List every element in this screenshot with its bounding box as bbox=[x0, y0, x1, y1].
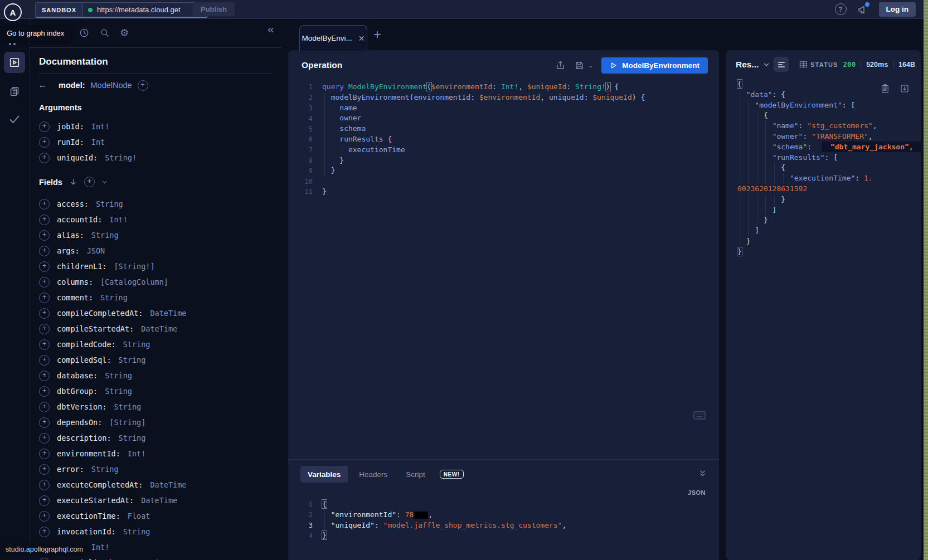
variables-code-line[interactable]: 4} bbox=[288, 530, 719, 541]
endpoint-url-input[interactable]: https://metadata.cloud.get bbox=[97, 6, 191, 14]
add-to-query-icon[interactable]: + bbox=[39, 199, 50, 210]
add-all-fields-icon[interactable]: + bbox=[138, 80, 148, 91]
tab-headers[interactable]: Headers bbox=[352, 466, 395, 483]
operation-code-line[interactable]: 5 schema bbox=[288, 124, 719, 134]
response-code-line[interactable]: 0023620128631592 bbox=[737, 184, 919, 194]
add-to-query-icon[interactable]: + bbox=[39, 339, 50, 350]
field-row[interactable]: +accountId:Int! bbox=[39, 214, 128, 225]
field-row[interactable]: +error:String bbox=[39, 464, 119, 475]
add-to-query-icon[interactable]: + bbox=[39, 277, 50, 288]
type-name-link[interactable]: ModelNode bbox=[91, 81, 132, 90]
field-row[interactable]: +environmentId:Int! bbox=[39, 448, 145, 459]
response-code-line[interactable]: { bbox=[737, 163, 919, 173]
add-to-query-icon[interactable]: + bbox=[39, 527, 50, 537]
collapse-panel-double-chevron-icon[interactable] bbox=[698, 469, 707, 478]
field-row[interactable]: +compileStartedAt:DateTime bbox=[39, 323, 177, 334]
announcements-megaphone-icon[interactable] bbox=[857, 4, 868, 15]
field-row[interactable]: +dbtVersion:String bbox=[39, 401, 141, 412]
chevron-down-icon[interactable] bbox=[101, 179, 108, 185]
sort-down-arrow-icon[interactable] bbox=[69, 178, 77, 186]
response-code-line[interactable]: "executionTime": 1. bbox=[737, 173, 919, 184]
operation-code-line[interactable]: 10 bbox=[288, 176, 719, 187]
operation-code-line[interactable]: 2 modelByEnvironment(environmentId: $env… bbox=[288, 92, 719, 103]
tab-script[interactable]: Script bbox=[399, 466, 433, 483]
publish-button[interactable]: Publish bbox=[193, 2, 235, 16]
field-row[interactable]: +args:JSON bbox=[39, 245, 105, 256]
login-button[interactable]: Log in bbox=[879, 2, 916, 17]
operation-tab[interactable]: ModelByEnvi... ✕ bbox=[299, 25, 367, 51]
add-to-query-icon[interactable]: + bbox=[39, 402, 50, 412]
response-code-line[interactable]: ] bbox=[737, 226, 919, 236]
help-icon[interactable]: ? bbox=[835, 3, 847, 15]
add-fields-icon[interactable]: + bbox=[84, 177, 95, 187]
response-code-line[interactable]: "modelByEnvironment": [ bbox=[737, 100, 919, 111]
rail-item-checks[interactable] bbox=[4, 109, 25, 130]
field-row[interactable]: +dbtGroup:String bbox=[39, 386, 132, 397]
add-to-query-icon[interactable]: + bbox=[39, 137, 50, 148]
response-code-line[interactable]: { bbox=[737, 110, 919, 121]
field-row[interactable]: +compileCompletedAt:DateTime bbox=[39, 308, 186, 319]
search-icon[interactable] bbox=[99, 27, 110, 38]
operation-code-line[interactable]: 8 } bbox=[288, 155, 719, 166]
argument-row[interactable]: +jobId:Int! bbox=[39, 121, 109, 132]
field-row[interactable]: +alias:String bbox=[39, 230, 119, 241]
response-code-line[interactable]: "runResults": [ bbox=[737, 153, 919, 163]
rail-item-explorer[interactable] bbox=[4, 52, 25, 73]
field-row[interactable]: +compiledSql:String bbox=[39, 354, 145, 366]
argument-row[interactable]: +runId:Int bbox=[39, 137, 105, 148]
history-icon[interactable] bbox=[79, 27, 90, 38]
add-to-query-icon[interactable]: + bbox=[39, 324, 50, 334]
response-code-line[interactable]: } bbox=[737, 215, 919, 226]
response-code-line[interactable]: ] bbox=[737, 205, 919, 216]
add-to-query-icon[interactable]: + bbox=[39, 433, 50, 444]
add-to-query-icon[interactable]: + bbox=[39, 293, 50, 303]
back-arrow-icon[interactable]: ← bbox=[38, 80, 47, 91]
variables-code-line[interactable]: 2 "environmentId": 78, bbox=[288, 510, 719, 520]
save-icon[interactable] bbox=[574, 60, 585, 71]
add-to-query-icon[interactable]: + bbox=[39, 246, 50, 256]
operation-code-line[interactable]: 1query ModelByEnvironment($environmentId… bbox=[288, 82, 719, 92]
add-to-query-icon[interactable]: + bbox=[39, 230, 50, 241]
operation-editor[interactable]: 1query ModelByEnvironment($environmentId… bbox=[288, 82, 719, 197]
response-code-line[interactable]: "name": "stg_customers", bbox=[737, 121, 919, 132]
add-to-query-icon[interactable]: + bbox=[39, 480, 50, 490]
operation-code-line[interactable]: 6 runResults { bbox=[288, 134, 719, 145]
response-title[interactable]: Res... bbox=[736, 60, 770, 70]
save-menu-chevron-icon[interactable]: ⌄ bbox=[588, 62, 593, 69]
response-code-line[interactable]: } bbox=[737, 236, 919, 247]
variables-code-line[interactable]: 1{ bbox=[288, 499, 719, 510]
variables-code-line[interactable]: 3 "uniqueId": "model.jaffle_shop_metrics… bbox=[288, 520, 719, 531]
add-to-query-icon[interactable]: + bbox=[39, 215, 50, 225]
field-row[interactable]: +access:String bbox=[39, 198, 123, 210]
keyboard-shortcuts-icon[interactable] bbox=[693, 411, 706, 420]
variables-editor[interactable]: 1{2 "environmentId": 78,3 "uniqueId": "m… bbox=[288, 499, 719, 541]
rail-item-schema-diff[interactable] bbox=[4, 81, 25, 102]
collapse-sidebar-chevrons[interactable]: « bbox=[268, 23, 274, 35]
field-row[interactable]: +materializedType:String bbox=[39, 557, 168, 560]
download-icon[interactable] bbox=[900, 84, 910, 94]
operation-code-line[interactable]: 4 owner bbox=[288, 113, 719, 124]
add-to-query-icon[interactable]: + bbox=[39, 464, 50, 475]
add-to-query-icon[interactable]: + bbox=[39, 511, 50, 522]
field-row[interactable]: +description:String bbox=[39, 432, 145, 444]
operation-code-line[interactable]: 11} bbox=[288, 187, 719, 197]
table-view-button[interactable] bbox=[796, 57, 811, 72]
field-row[interactable]: +invocationId:String bbox=[39, 526, 150, 537]
raw-view-button[interactable] bbox=[774, 57, 789, 72]
field-row[interactable]: +compiledCode:String bbox=[39, 339, 150, 350]
add-to-query-icon[interactable]: + bbox=[39, 386, 50, 397]
add-to-query-icon[interactable]: + bbox=[39, 495, 50, 506]
operation-code-line[interactable]: 3 name bbox=[288, 103, 719, 114]
settings-gear-icon[interactable]: ⚙ bbox=[120, 27, 129, 38]
add-to-query-icon[interactable]: + bbox=[39, 308, 50, 319]
response-code-line[interactable]: } bbox=[737, 247, 919, 257]
add-to-query-icon[interactable]: + bbox=[39, 261, 50, 272]
add-to-query-icon[interactable]: + bbox=[39, 417, 50, 428]
field-row[interactable]: +dependsOn:[String] bbox=[39, 417, 145, 428]
copy-clipboard-icon[interactable] bbox=[880, 84, 890, 94]
field-row[interactable]: +executionTime:Float bbox=[39, 510, 150, 522]
operation-code-line[interactable]: 9 } bbox=[288, 165, 719, 176]
response-code-line[interactable]: } bbox=[737, 194, 919, 205]
response-code-line[interactable]: "schema": “dbt_mary_jackson”, bbox=[737, 142, 919, 153]
argument-row[interactable]: +uniqueId:String! bbox=[39, 152, 137, 163]
